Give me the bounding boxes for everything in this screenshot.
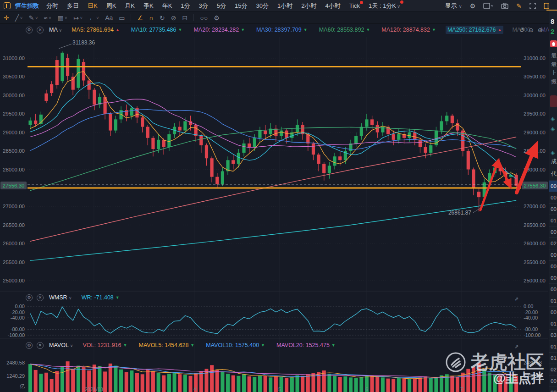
- angle-tool-icon[interactable]: ∠: [137, 14, 143, 22]
- stock-code-item[interactable]: 00: [549, 226, 557, 237]
- tab-15[interactable]: 4小时: [325, 2, 340, 10]
- stock-code-item[interactable]: 00: [549, 283, 557, 295]
- undo-icon[interactable]: ↺: [519, 27, 524, 33]
- tab-4[interactable]: 周K: [106, 2, 116, 10]
- tab-5[interactable]: 月K: [125, 2, 135, 10]
- indicator-close-icon[interactable]: ✕: [37, 27, 44, 33]
- tab-9[interactable]: 3分: [199, 2, 208, 10]
- delete-drawings-icon[interactable]: ⊟: [182, 14, 188, 22]
- stock-code-item[interactable]: 01: [549, 318, 557, 329]
- indicator-name[interactable]: WMSR ∨: [49, 294, 72, 301]
- svg-text:28500.00: 28500.00: [3, 148, 25, 154]
- camera-icon[interactable]: [501, 3, 508, 9]
- indicator-name[interactable]: MAVOL ∨: [49, 342, 73, 348]
- stock-code-item[interactable]: 00: [549, 192, 557, 203]
- svg-text:2021/03: 2021/03: [85, 386, 103, 392]
- pattern-tool-icon[interactable]: ▦∨: [57, 14, 67, 22]
- trendline-tool-icon[interactable]: ╱∨: [15, 14, 23, 22]
- indicator-close-icon[interactable]: ✕: [37, 294, 44, 301]
- stock-code-item[interactable]: 01: [549, 215, 557, 226]
- symbol-name[interactable]: 恒生指数: [15, 2, 39, 10]
- svg-text:4: 4: [193, 386, 196, 392]
- text-tool-icon[interactable]: Aa: [105, 14, 113, 22]
- tab-6[interactable]: 季K: [143, 2, 154, 10]
- indicator-close-icon[interactable]: ✕: [37, 342, 44, 349]
- stock-code-item[interactable]: 00: [549, 306, 557, 318]
- compare-icon[interactable]: ○○: [200, 14, 208, 22]
- stock-code-item[interactable]: 03: [549, 329, 557, 341]
- stock-code-item[interactable]: 00: [549, 203, 557, 215]
- chart-window-icon[interactable]: [4, 2, 11, 9]
- measure-tool-icon[interactable]: ↦∨: [73, 14, 83, 22]
- settings-icon[interactable]: ⚙: [214, 14, 220, 22]
- stock-code-item[interactable]: 00: [549, 249, 557, 260]
- tab-8[interactable]: 1分: [181, 2, 190, 10]
- tab-2[interactable]: 多日: [67, 2, 79, 10]
- svg-text:30500.00: 30500.00: [524, 74, 546, 79]
- note-tool-icon[interactable]: ▭: [119, 14, 125, 22]
- indicator-settings-icon[interactable]: ⚙: [26, 294, 33, 301]
- layer-icon[interactable]: ◈: [551, 149, 555, 156]
- indicator-value-ma20[interactable]: MA20: 28234.282 ▼: [192, 26, 247, 34]
- svg-text:27000.00: 27000.00: [3, 204, 25, 209]
- svg-text:27556.30: 27556.30: [524, 183, 546, 188]
- notification-dot: [360, 1, 363, 4]
- zoom-in-icon[interactable]: ⊕: [538, 27, 543, 33]
- tab-16[interactable]: Tick: [349, 2, 360, 9]
- tab-13[interactable]: 1小时: [277, 2, 292, 10]
- indicator-value-ma120[interactable]: MA120: 28874.832 ▼: [380, 26, 438, 34]
- arrow-tool-icon[interactable]: ←∨: [89, 14, 99, 22]
- stock-code-item[interactable]: 00: [549, 272, 557, 283]
- tab-12[interactable]: 30分: [256, 2, 269, 10]
- arc-tool-icon[interactable]: ∩: [149, 14, 154, 22]
- indicator-value-mavol10[interactable]: MAVOL10: 1575.400 ▼: [204, 341, 267, 349]
- stock-code-item[interactable]: 01: [549, 341, 557, 352]
- indicator-value-vol[interactable]: VOL: 1231.916 ▼: [81, 341, 129, 349]
- svg-text:25000.00: 25000.00: [3, 278, 25, 283]
- wave-tool-icon[interactable]: ≈∨: [44, 14, 51, 22]
- hide-drawings-icon[interactable]: ⊘: [171, 14, 176, 22]
- display-menu-button[interactable]: 显示 ∨: [445, 2, 462, 10]
- tab-3[interactable]: 日K: [88, 2, 98, 10]
- expand-pane-icon[interactable]: ⇗: [514, 344, 518, 350]
- indicator-value-mavol5[interactable]: MAVOL5: 1454.628 ▼: [137, 341, 196, 349]
- stock-code-item[interactable]: 01: [549, 352, 557, 364]
- sell-button-partial[interactable]: [550, 95, 557, 107]
- expand-pane-icon[interactable]: ⇗: [514, 296, 518, 302]
- tab-1[interactable]: 分时: [46, 2, 58, 10]
- stock-code-item[interactable]: 02: [549, 364, 557, 375]
- frame-select-icon[interactable]: [483, 3, 493, 9]
- stock-code-item[interactable]: 00: [549, 180, 557, 192]
- layer-icon[interactable]: ◈: [551, 126, 555, 132]
- indicator-value-wr[interactable]: WR: -71.408 ▼: [80, 293, 121, 302]
- stock-code-item[interactable]: 02: [549, 237, 557, 249]
- settings-icon[interactable]: ⚙: [470, 3, 476, 9]
- layer-icon[interactable]: ◈: [551, 116, 555, 122]
- indicator-name[interactable]: MA ∨: [49, 27, 62, 33]
- zoom-out-icon[interactable]: ⊖: [529, 27, 534, 33]
- stock-code-item[interactable]: 00: [549, 260, 557, 272]
- tab-14[interactable]: 2小时: [301, 2, 316, 10]
- indicator-value-ma10[interactable]: MA10: 27735.486 ▼: [129, 26, 184, 34]
- move-tool-icon[interactable]: ✛: [4, 14, 9, 22]
- fullscreen-icon[interactable]: [529, 3, 536, 9]
- replay-tool-icon[interactable]: ↻: [160, 14, 165, 22]
- svg-text:26500.00: 26500.00: [524, 222, 546, 228]
- pencil-icon[interactable]: ✎: [516, 3, 522, 9]
- indicator-value-mavol20[interactable]: MAVOL20: 1525.475 ▼: [275, 341, 337, 349]
- stock-code-item[interactable]: 00: [549, 386, 557, 392]
- tab-7[interactable]: 年K: [162, 2, 172, 10]
- stock-code-item[interactable]: 00: [549, 375, 557, 386]
- indicator-value-ma5[interactable]: MA5: 27861.694 ▲: [70, 26, 121, 34]
- indicator-settings-icon[interactable]: ⚙: [26, 342, 33, 349]
- tab-11[interactable]: 15分: [235, 2, 247, 10]
- indicator-value-ma60[interactable]: MA60: 28553.892 ▼: [317, 26, 372, 34]
- indicator-settings-icon[interactable]: ⚙: [26, 27, 33, 33]
- shape-tool-icon[interactable]: ✎∨: [29, 14, 38, 22]
- indicator-value-ma30[interactable]: MA30: 28397.709 ▼: [254, 26, 309, 34]
- stock-code-item[interactable]: 01: [549, 295, 557, 306]
- tab-17[interactable]: 1天 : 1分K∨: [369, 2, 400, 10]
- main-chart[interactable]: 31000.0031000.0030500.0030500.0030000.00…: [0, 0, 549, 392]
- indicator-value-ma250[interactable]: MA250: 27162.676 ▲: [446, 26, 504, 34]
- tab-10[interactable]: 5分: [217, 2, 226, 10]
